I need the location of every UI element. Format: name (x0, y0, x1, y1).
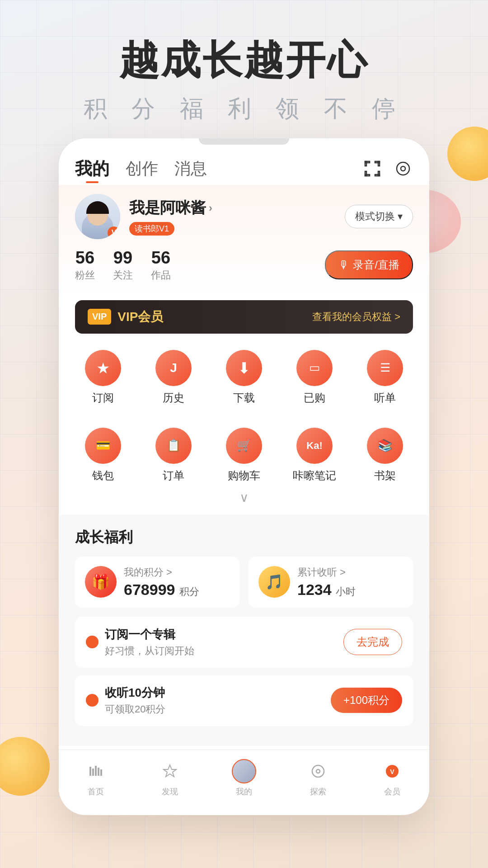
explore-label: 探索 (310, 786, 326, 797)
notes-icon: Ka! (296, 428, 333, 464)
nav-icons (362, 159, 413, 179)
wallet-label: 钱包 (92, 468, 114, 483)
svg-point-16 (312, 765, 324, 777)
svg-text:V: V (390, 768, 394, 775)
icon-subscribe[interactable]: ★ 订阅 (74, 350, 132, 405)
svg-rect-3 (378, 161, 380, 166)
scan-icon[interactable] (362, 159, 382, 179)
notes-label: 咔嚓笔记 (293, 468, 336, 483)
fans-stat[interactable]: 56 粉丝 (75, 248, 95, 282)
reader-badge: 读书郎V1 (129, 222, 174, 236)
svg-rect-5 (365, 171, 366, 176)
hero-subtitle: 积 分 福 利 领 不 停 (0, 93, 488, 125)
profile-name[interactable]: 我是阿咪酱 › (129, 198, 212, 218)
svg-rect-14 (100, 769, 102, 776)
deco-circle-gold-bottom (0, 737, 50, 796)
record-button[interactable]: 🎙 录音/直播 (325, 250, 413, 279)
task-left-1: 订阅一个专辑 好习惯，从订阅开始 (86, 627, 194, 658)
svg-rect-12 (95, 766, 97, 776)
vip-logo: VIP (88, 309, 111, 325)
points-card-icon: 🎁 (85, 566, 117, 598)
svg-rect-1 (365, 161, 366, 166)
app-content: 我的 创作 消息 (59, 145, 429, 802)
discover-label: 发现 (162, 786, 178, 797)
vip-banner-left: VIP VIP会员 (88, 308, 163, 326)
follow-stat[interactable]: 99 关注 (113, 248, 133, 282)
task-desc-1: 好习惯，从订阅开始 (105, 644, 194, 658)
subscribe-label: 订阅 (92, 391, 114, 405)
points-card-value: 678999 积分 (124, 581, 199, 599)
home-icon (84, 759, 108, 783)
vip-mini-badge: V (108, 226, 120, 239)
avatar[interactable]: V (75, 194, 120, 239)
svg-rect-7 (378, 171, 380, 176)
home-label: 首页 (88, 786, 104, 797)
task-title-1: 订阅一个专辑 (105, 627, 194, 642)
bottom-nav-explore[interactable]: 探索 (306, 759, 330, 797)
icon-purchased[interactable]: ▭ 已购 (285, 350, 344, 405)
icon-orders[interactable]: 📋 订单 (144, 428, 203, 483)
bottom-navigation: 首页 发现 我的 (59, 750, 429, 802)
points-card[interactable]: 🎁 我的积分 > 678999 积分 (75, 557, 239, 608)
tab-message[interactable]: 消息 (174, 158, 207, 180)
svg-rect-10 (89, 767, 91, 776)
bottom-nav-mine[interactable]: 我的 (232, 759, 256, 797)
growth-cards: 🎁 我的积分 > 678999 积分 🎵 (75, 557, 413, 608)
task-item-listen: 收听10分钟 可领取20积分 +100积分 (75, 675, 413, 726)
phone-notch (199, 138, 289, 145)
icon-wallet[interactable]: 💳 钱包 (74, 428, 132, 483)
icon-history[interactable]: J 历史 (144, 350, 203, 405)
orders-icon: 📋 (155, 428, 192, 464)
bookshelf-label: 书架 (374, 468, 396, 483)
icon-row-1: ★ 订阅 J 历史 ⬇ 下载 ▭ 已购 ☰ 听单 (68, 350, 420, 405)
bookshelf-icon: 📚 (367, 428, 403, 464)
task-btn-2[interactable]: +100积分 (331, 688, 402, 713)
listen-card-icon: 🎵 (258, 566, 290, 598)
icon-cart[interactable]: 🛒 购物车 (215, 428, 273, 483)
profile-section: V 我是阿咪酱 › 读书郎V1 模式切换 ▾ (59, 185, 429, 293)
listen-card-value: 1234 小时 (297, 581, 356, 599)
svg-point-8 (397, 162, 409, 175)
profile-info: 我是阿咪酱 › 读书郎V1 (129, 198, 212, 236)
tab-mine[interactable]: 我的 (75, 157, 109, 180)
icon-row-2: 💳 钱包 📋 订单 🛒 购物车 Ka! 咔嚓笔记 📚 书架 (68, 428, 420, 483)
history-icon: J (155, 350, 192, 386)
icon-bookshelf[interactable]: 📚 书架 (356, 428, 414, 483)
mic-icon: 🎙 (338, 259, 349, 271)
explore-icon (306, 759, 330, 783)
dropdown-icon: ▾ (398, 211, 403, 222)
task-info-1: 订阅一个专辑 好习惯，从订阅开始 (105, 627, 194, 658)
cart-icon: 🛒 (226, 428, 262, 464)
hero-area: 越成长越开心 积 分 福 利 领 不 停 (0, 0, 488, 138)
mine-label: 我的 (236, 786, 252, 797)
task-dot-2 (86, 694, 99, 707)
mode-switch-button[interactable]: 模式切换 ▾ (345, 205, 413, 228)
wallet-icon: 💳 (85, 428, 121, 464)
works-stat[interactable]: 56 作品 (151, 248, 171, 282)
icon-download[interactable]: ⬇ 下载 (215, 350, 273, 405)
bottom-nav-home[interactable]: 首页 (84, 759, 108, 797)
vip-banner[interactable]: VIP VIP会员 查看我的会员权益 > (75, 300, 413, 334)
listen-card-label: 累计收听 > (297, 566, 356, 579)
nav-avatar (232, 759, 256, 783)
task-desc-2: 可领取20积分 (105, 703, 165, 716)
expand-button[interactable]: ∨ (68, 486, 420, 507)
svg-point-9 (401, 166, 405, 171)
tab-create[interactable]: 创作 (126, 158, 158, 180)
hero-title: 越成长越开心 (0, 36, 488, 84)
settings-icon[interactable] (393, 159, 413, 179)
listen-card[interactable]: 🎵 累计收听 > 1234 小时 (249, 557, 413, 608)
profile-left: V 我是阿咪酱 › 读书郎V1 (75, 194, 212, 239)
icon-playlist[interactable]: ☰ 听单 (356, 350, 414, 405)
vip-rights-link[interactable]: 查看我的会员权益 > (312, 310, 400, 324)
svg-rect-13 (98, 768, 99, 776)
task-btn-1[interactable]: 去完成 (343, 629, 402, 655)
icon-notes[interactable]: Ka! 咔嚓笔记 (285, 428, 344, 483)
phone-mockup: 我的 创作 消息 (59, 138, 429, 815)
task-title-2: 收听10分钟 (105, 685, 165, 701)
playlist-icon: ☰ (367, 350, 403, 386)
bottom-nav-vip[interactable]: V 会员 (380, 759, 404, 797)
bottom-nav-discover[interactable]: 发现 (158, 759, 182, 797)
profile-row: V 我是阿咪酱 › 读书郎V1 模式切换 ▾ (75, 194, 413, 239)
orders-label: 订单 (163, 468, 184, 483)
